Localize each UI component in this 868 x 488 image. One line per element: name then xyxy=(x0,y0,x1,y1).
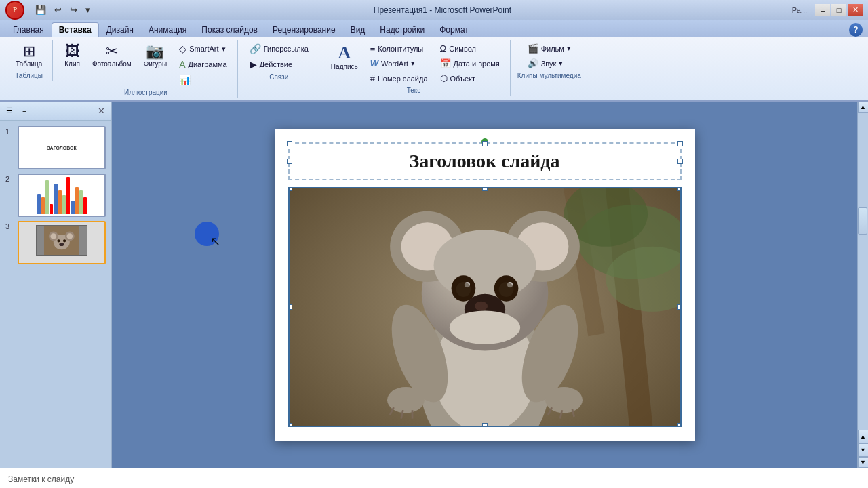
redo-btn[interactable]: ↪ xyxy=(67,3,80,16)
wordart-button[interactable]: W WordArt ▾ xyxy=(366,56,433,70)
scroll-track[interactable] xyxy=(858,113,868,430)
slide-num-1: 1 xyxy=(5,126,14,136)
wordart-arrow: ▾ xyxy=(411,59,415,68)
ribbon-group-tables: ⊞ Таблица Таблицы xyxy=(5,40,53,81)
resize-handle-tl[interactable] xyxy=(287,141,292,146)
slide-preview-3[interactable] xyxy=(18,221,106,264)
picture-label: Клип xyxy=(64,60,80,68)
datetime-icon: 📅 xyxy=(440,58,451,68)
resize-handle-tc[interactable] xyxy=(482,141,488,146)
img-resize-tc[interactable] xyxy=(482,187,488,191)
tab-design[interactable]: Дизайн xyxy=(99,22,141,37)
picture-button[interactable]: 🖼 Клип xyxy=(60,41,85,70)
slide-num-3: 3 xyxy=(5,221,14,230)
hyperlink-label: Гиперссылка xyxy=(264,45,309,53)
movie-button[interactable]: 🎬 Фильм ▾ xyxy=(523,41,576,56)
tab-addins[interactable]: Надстройки xyxy=(372,22,432,37)
sound-button[interactable]: 🔊 Звук ▾ xyxy=(523,56,576,70)
slide-number-button[interactable]: # Номер слайда xyxy=(366,71,433,85)
action-button[interactable]: ▶ Действие xyxy=(245,57,313,72)
tab-slideshow[interactable]: Показ слайдов xyxy=(194,22,265,37)
slides-list: 1 ЗАГОЛОВОК 2 xyxy=(0,121,111,468)
office-button[interactable]: P xyxy=(5,1,24,20)
img-resize-mr[interactable] xyxy=(677,304,682,310)
slide-canvas-wrap: Заголовок слайда xyxy=(112,102,857,468)
text-group-label: Текст xyxy=(407,87,424,94)
illustrations-items: 🖼 Клип ✂ Фотоальбом 📷 Фигуры ◇ SmartArt … xyxy=(60,41,231,87)
scroll-down-btn[interactable]: ▼ xyxy=(858,457,869,468)
svg-point-4 xyxy=(51,233,57,239)
tab-format[interactable]: Формат xyxy=(432,22,476,37)
sound-icon: 🔊 xyxy=(528,58,538,68)
table-button[interactable]: ⊞ Таблица xyxy=(11,41,47,70)
wordart-label: WordArt xyxy=(381,60,408,68)
sound-arrow: ▾ xyxy=(559,59,563,68)
tab-home[interactable]: Главная xyxy=(5,22,52,37)
window-title: Презентация1 - Microsoft PowerPoint xyxy=(374,5,511,15)
ribbon: Главная Вставка Дизайн Анимация Показ сл… xyxy=(0,20,868,102)
img-resize-br[interactable] xyxy=(677,423,682,427)
help-button[interactable]: ? xyxy=(849,23,863,37)
ribbon-group-media: 🎬 Фильм ▾ 🔊 Звук ▾ Клипы мультимедиа xyxy=(512,40,587,81)
scroll-thumb[interactable] xyxy=(858,207,867,235)
customize-btn[interactable]: ▾ xyxy=(83,3,93,16)
scroll-up-btn[interactable]: ▲ xyxy=(858,102,869,113)
slide-preview-1[interactable]: ЗАГОЛОВОК xyxy=(18,126,106,169)
chart-button[interactable]: 📊 xyxy=(174,73,232,87)
resize-handle-ml[interactable] xyxy=(287,159,292,164)
tab-insert[interactable]: Вставка xyxy=(52,22,99,37)
svg-point-33 xyxy=(449,310,519,344)
datetime-button[interactable]: 📅 Дата и время xyxy=(435,56,505,70)
quick-access-toolbar: 💾 ↩ ↪ ▾ xyxy=(33,3,93,16)
object-icon: ⬡ xyxy=(440,73,448,83)
tab-review[interactable]: Рецензирование xyxy=(265,22,343,37)
clip-button[interactable]: ✂ Фотоальбом xyxy=(87,41,136,70)
sound-label: Звук xyxy=(541,60,557,68)
outline-view-btn[interactable]: ≡ xyxy=(19,105,30,117)
koala-image xyxy=(290,188,680,426)
smartart-button[interactable]: A Диаграмма xyxy=(174,57,232,72)
movie-arrow: ▾ xyxy=(567,44,571,53)
maximize-button[interactable]: □ xyxy=(831,4,846,16)
symbol-label: Символ xyxy=(449,45,476,53)
svg-point-29 xyxy=(456,282,471,297)
textbox-button[interactable]: A Надпись xyxy=(326,41,363,73)
panel-close-btn[interactable]: ✕ xyxy=(94,104,108,118)
action-icon: ▶ xyxy=(250,59,257,70)
undo-btn[interactable]: ↩ xyxy=(52,3,64,16)
ribbon-group-illustrations: 🖼 Клип ✂ Фотоальбом 📷 Фигуры ◇ SmartArt … xyxy=(54,40,237,98)
img-resize-tl[interactable] xyxy=(288,187,292,191)
slide-title-box[interactable]: Заголовок слайда xyxy=(288,142,682,180)
tab-view[interactable]: Вид xyxy=(343,22,373,37)
movie-label: Фильм xyxy=(541,45,564,53)
table-icon: ⊞ xyxy=(23,44,35,59)
slide-thumb-2: 2 xyxy=(5,174,106,217)
minimize-button[interactable]: – xyxy=(815,4,830,16)
img-resize-tr[interactable] xyxy=(677,187,682,191)
scroll-nav-down[interactable]: ▼ xyxy=(858,443,869,457)
slide-image-box[interactable] xyxy=(288,187,682,427)
ribbon-content: ⊞ Таблица Таблицы 🖼 Клип ✂ Фотоальбом 📷 xyxy=(0,37,868,100)
slides-view-btn[interactable]: ☰ xyxy=(3,104,16,117)
photo-album-button[interactable]: 📷 Фигуры xyxy=(139,41,172,70)
symbol-button[interactable]: Ω Символ xyxy=(435,41,505,56)
resize-handle-mr[interactable] xyxy=(677,159,683,164)
object-button[interactable]: ⬡ Объект xyxy=(435,71,505,85)
textbox-icon: A xyxy=(338,44,351,62)
svg-point-30 xyxy=(498,282,513,297)
illustrations-group-label: Иллюстрации xyxy=(124,89,167,96)
img-resize-bl[interactable] xyxy=(288,423,292,427)
img-resize-bc[interactable] xyxy=(482,423,488,427)
scroll-nav-up[interactable]: ▲ xyxy=(858,430,869,443)
header-footer-button[interactable]: ≡ Колонтитулы xyxy=(366,41,433,56)
resize-handle-tr[interactable] xyxy=(677,141,683,146)
close-button[interactable]: ✕ xyxy=(848,4,863,16)
save-quick-btn[interactable]: 💾 xyxy=(33,3,49,16)
tab-animation[interactable]: Анимация xyxy=(141,22,194,37)
shapes-button[interactable]: ◇ SmartArt ▾ xyxy=(174,41,232,56)
notes-area[interactable]: Заметки к слайду xyxy=(0,468,868,488)
hyperlink-button[interactable]: 🔗 Гиперссылка xyxy=(245,41,313,56)
img-resize-ml[interactable] xyxy=(288,304,292,310)
slide-preview-2[interactable] xyxy=(18,174,106,217)
slide-canvas: Заголовок слайда xyxy=(275,129,695,441)
